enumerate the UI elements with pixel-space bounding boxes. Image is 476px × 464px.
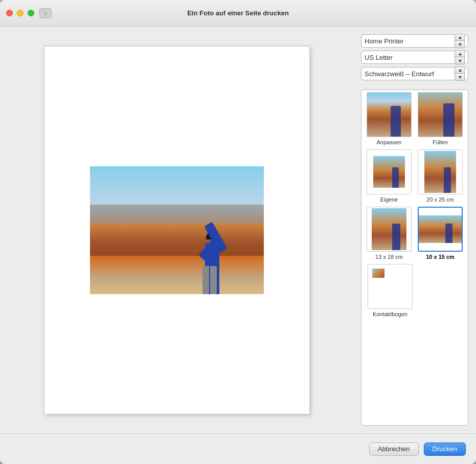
window-title: Ein Foto auf einer Seite drucken xyxy=(187,9,289,17)
thumb-photo-10x15 xyxy=(419,215,462,243)
thumb-person-fullen xyxy=(443,103,455,137)
printer-dropdown-label: Home Printer xyxy=(365,37,452,45)
zoom-button[interactable] xyxy=(28,10,34,16)
quality-stepper-up[interactable]: ▲ xyxy=(455,67,465,74)
thumb-photo-20x25 xyxy=(424,151,456,193)
thumbnail-label-anpassen: Anpassen xyxy=(377,139,402,145)
thumb-row-1: Anpassen Füllen xyxy=(364,92,466,145)
thumbnail-label-20x25: 20 x 25 cm xyxy=(426,196,454,203)
paper-size-label: US Letter xyxy=(365,54,452,61)
person-figure xyxy=(197,202,228,294)
thumbnail-box-20x25[interactable] xyxy=(418,149,463,194)
minimize-button[interactable] xyxy=(17,10,24,16)
thumb-photo-anpassen xyxy=(367,93,411,137)
quality-stepper-down[interactable]: ▼ xyxy=(455,74,465,80)
thumb-row-3: 13 x 18 cm 10 x 15 cm xyxy=(364,207,466,260)
back-button[interactable]: ‹ xyxy=(39,8,52,18)
thumb-person-20x25 xyxy=(444,167,451,193)
thumbnail-label-13x18: 13 x 18 cm xyxy=(375,254,403,260)
printer-stepper-up[interactable]: ▲ xyxy=(455,34,465,41)
thumb-person-eigene xyxy=(392,167,399,188)
quality-label: Schwarzweiß – Entwurf xyxy=(365,70,452,78)
thumb-person-13x18 xyxy=(392,224,400,250)
thumb-row-4: Kontaktbogen xyxy=(364,264,466,317)
thumbnail-item-13x18[interactable]: 13 x 18 cm xyxy=(367,207,412,260)
printer-stepper[interactable]: ▲ ▼ xyxy=(455,34,465,48)
thumbnail-box-13x18[interactable] xyxy=(367,207,412,252)
leg-right xyxy=(210,266,217,294)
printer-dropdown[interactable]: Home Printer ▲ ▼ xyxy=(361,34,468,48)
thumb-mini-photo-kontaktbogen xyxy=(372,269,384,278)
back-icon: ‹ xyxy=(44,10,47,16)
bottom-bar: Abbrechen Drucken xyxy=(0,433,476,464)
right-panel: Home Printer ▲ ▼ US Letter ▲ ▼ S xyxy=(353,27,476,433)
main-content: Home Printer ▲ ▼ US Letter ▲ ▼ S xyxy=(0,27,476,433)
quality-dropdown[interactable]: Schwarzweiß – Entwurf ▲ ▼ xyxy=(361,67,468,80)
thumbnail-label-10x15: 10 x 15 cm xyxy=(426,254,455,260)
thumbnail-label-fullen: Füllen xyxy=(433,139,448,145)
paper-size-dropdown[interactable]: US Letter ▲ ▼ xyxy=(361,51,468,64)
titlebar: ‹ Ein Foto auf einer Seite drucken xyxy=(0,0,476,27)
foreground-layer xyxy=(90,256,264,294)
thumbnail-box-eigene[interactable] xyxy=(367,149,412,194)
paper-size-stepper[interactable]: ▲ ▼ xyxy=(455,50,465,64)
thumbnail-box-anpassen[interactable] xyxy=(367,92,412,137)
thumbnail-box-fullen[interactable] xyxy=(418,92,463,137)
thumbnail-label-kontaktbogen: Kontaktbogen xyxy=(373,311,407,317)
thumb-person-anpassen xyxy=(391,106,401,137)
paper-preview xyxy=(44,46,310,414)
thumbnail-label-eigene: Eigene xyxy=(380,196,398,203)
print-button[interactable]: Drucken xyxy=(424,443,466,456)
cancel-button[interactable]: Abbrechen xyxy=(369,443,419,456)
thumb-photo-eigene xyxy=(373,156,405,188)
dropdown-container: Home Printer ▲ ▼ US Letter ▲ ▼ S xyxy=(361,34,468,80)
thumb-row-2: Eigene 20 x 25 cm xyxy=(364,149,466,203)
thumbnail-box-10x15[interactable] xyxy=(418,207,463,252)
thumbnail-item-10x15[interactable]: 10 x 15 cm xyxy=(418,207,463,260)
thumbnail-box-kontaktbogen[interactable] xyxy=(368,264,413,309)
print-dialog-window: ‹ Ein Foto auf einer Seite drucken xyxy=(0,0,476,464)
thumbnail-item-kontaktbogen[interactable]: Kontaktbogen xyxy=(368,264,413,317)
printer-stepper-down[interactable]: ▼ xyxy=(455,41,465,48)
photo-landscape xyxy=(90,166,264,294)
paper-size-stepper-up[interactable]: ▲ xyxy=(455,51,465,57)
thumbnail-item-fullen[interactable]: Füllen xyxy=(418,92,463,145)
leg-left xyxy=(202,266,209,294)
photo-preview xyxy=(90,166,264,294)
paper-size-stepper-down[interactable]: ▼ xyxy=(455,57,465,64)
preview-area xyxy=(0,27,353,433)
close-button[interactable] xyxy=(6,10,13,16)
thumbnail-item-eigene[interactable]: Eigene xyxy=(367,149,412,203)
traffic-lights xyxy=(6,10,34,16)
quality-stepper[interactable]: ▲ ▼ xyxy=(455,67,465,81)
thumbnails-scroll-area[interactable]: Anpassen Füllen xyxy=(361,90,468,426)
thumb-photo-13x18 xyxy=(372,208,406,250)
thumb-person-10x15 xyxy=(445,224,452,243)
thumb-photo-fullen xyxy=(418,92,462,137)
thumbnail-item-anpassen[interactable]: Anpassen xyxy=(367,92,412,145)
thumbnail-item-20x25[interactable]: 20 x 25 cm xyxy=(418,149,463,203)
